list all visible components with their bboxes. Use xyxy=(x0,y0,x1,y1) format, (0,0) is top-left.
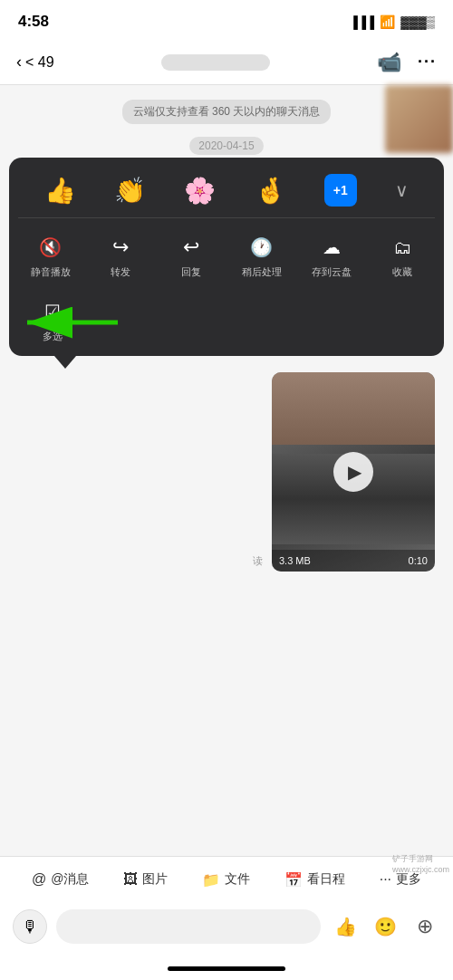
action-collect-label: 收藏 xyxy=(392,265,412,279)
mic-icon: 🎙 xyxy=(22,918,38,937)
avatar-blur xyxy=(385,85,453,153)
nav-actions: 📹 ··· xyxy=(377,51,437,74)
toolbar-input-row: 🎙 👍 🙂 ⊕ xyxy=(0,902,453,962)
back-button[interactable]: ‹ < 49 xyxy=(16,53,54,72)
action-reply-label: 回复 xyxy=(181,265,201,279)
nav-bar: ‹ < 49 📹 ··· xyxy=(0,40,453,85)
chat-area: 云端仅支持查看 360 天以内的聊天消息 2020-04-15 👍 👏 🌸 🤞 … xyxy=(0,85,453,629)
emoji-heart-fingers[interactable]: 🤞 xyxy=(255,176,286,206)
video-thumbnail[interactable]: ▶ 3.3 MB 0:10 xyxy=(272,372,435,572)
emoji-expand-icon[interactable]: ∨ xyxy=(395,179,409,201)
emoji-flower[interactable]: 🌸 xyxy=(184,176,216,206)
home-bar xyxy=(168,966,285,971)
status-icons: ▐▐▐ 📶 ▓▓▓▒ xyxy=(350,14,435,29)
mic-button[interactable]: 🎙 xyxy=(13,909,47,944)
bottom-toolbar: @ @消息 🖼 图片 📁 文件 📅 看日程 ··· 更多 🎙 👍 🙂 xyxy=(0,856,453,980)
forward-icon: ↪ xyxy=(106,233,135,262)
emoji-button[interactable]: 🙂 xyxy=(370,911,400,942)
emoji-row: 👍 👏 🌸 🤞 +1 ∨ xyxy=(18,170,435,218)
message-input[interactable] xyxy=(56,909,321,944)
file-icon: 📁 xyxy=(202,871,220,889)
read-receipt: 读 xyxy=(253,554,263,568)
emoji-clap[interactable]: 👏 xyxy=(114,176,146,206)
action-later-label: 稍后处理 xyxy=(242,265,282,279)
status-time: 4:58 xyxy=(18,13,49,31)
reply-icon: ↩ xyxy=(177,233,206,262)
signal-icon: ▐▐▐ xyxy=(350,15,375,29)
action-cloud[interactable]: ☁ 存到云盘 xyxy=(300,229,365,283)
schedule-icon: 📅 xyxy=(284,871,303,889)
context-menu-arrow xyxy=(54,356,76,369)
more-dots-icon: ··· xyxy=(380,871,391,888)
video-meta: 3.3 MB 0:10 xyxy=(272,550,435,572)
shortcut-at-label: @消息 xyxy=(51,871,89,888)
mute-icon: 🔇 xyxy=(36,233,65,262)
toolbar-shortcuts: @ @消息 🖼 图片 📁 文件 📅 看日程 ··· 更多 xyxy=(0,857,453,902)
video-message-wrapper: ▶ 3.3 MB 0:10 读 xyxy=(11,372,442,572)
date-label-text: 2020-04-15 xyxy=(189,137,263,155)
system-notice: 云端仅支持查看 360 天以内的聊天消息 xyxy=(11,100,442,124)
nav-title-area xyxy=(161,54,270,71)
image-icon: 🖼 xyxy=(123,871,138,888)
later-icon: 🕐 xyxy=(247,233,276,262)
shortcut-schedule[interactable]: 📅 看日程 xyxy=(284,871,345,889)
cloud-icon: ☁ xyxy=(317,233,346,262)
video-play-button[interactable]: ▶ xyxy=(333,452,373,492)
date-label: 2020-04-15 xyxy=(11,137,442,155)
shortcut-image[interactable]: 🖼 图片 xyxy=(123,871,168,888)
action-mute-label: 静音播放 xyxy=(31,265,71,279)
video-duration: 0:10 xyxy=(409,555,428,566)
add-button[interactable]: ⊕ xyxy=(410,911,440,942)
collect-icon: 🗂 xyxy=(388,233,417,262)
plus-icon: ⊕ xyxy=(417,915,433,938)
wifi-icon: 📶 xyxy=(380,14,395,29)
shortcut-file-label: 文件 xyxy=(225,871,250,888)
like-icon: 👍 xyxy=(334,916,357,937)
action-forward-label: 转发 xyxy=(111,265,130,279)
home-indicator xyxy=(0,962,453,980)
battery-icon: ▓▓▓▒ xyxy=(400,15,435,29)
system-notice-text: 云端仅支持查看 360 天以内的聊天消息 xyxy=(122,100,332,124)
shortcut-image-label: 图片 xyxy=(142,871,168,888)
video-size: 3.3 MB xyxy=(279,555,311,566)
shortcut-schedule-label: 看日程 xyxy=(307,871,345,888)
emoji-thumbsup[interactable]: 👍 xyxy=(44,176,76,206)
like-button[interactable]: 👍 xyxy=(330,911,361,942)
play-icon: ▶ xyxy=(348,461,361,483)
actions-grid: 🔇 静音播放 ↪ 转发 ↩ 回复 🕐 稍后处理 ☁ 存到云盘 xyxy=(18,229,435,283)
emoji-face-icon: 🙂 xyxy=(374,916,397,937)
back-count: < 49 xyxy=(25,54,54,71)
action-reply[interactable]: ↩ 回复 xyxy=(159,229,224,283)
green-arrow-indicator xyxy=(18,304,127,341)
shortcut-file[interactable]: 📁 文件 xyxy=(202,871,250,889)
action-collect[interactable]: 🗂 收藏 xyxy=(370,229,435,283)
back-chevron-icon: ‹ xyxy=(16,53,22,72)
emoji-plus-one[interactable]: +1 xyxy=(324,174,357,207)
at-icon: @ xyxy=(32,871,46,888)
action-forward[interactable]: ↪ 转发 xyxy=(89,229,154,283)
more-icon[interactable]: ··· xyxy=(418,53,437,72)
watermark: 铲子手游网 www.czjxjc.com xyxy=(392,853,449,876)
action-mute[interactable]: 🔇 静音播放 xyxy=(18,229,83,283)
action-later[interactable]: 🕐 稍后处理 xyxy=(229,229,294,283)
shortcut-at-message[interactable]: @ @消息 xyxy=(32,871,89,888)
status-bar: 4:58 ▐▐▐ 📶 ▓▓▓▒ xyxy=(0,0,453,40)
video-call-icon[interactable]: 📹 xyxy=(377,51,401,74)
action-cloud-label: 存到云盘 xyxy=(312,265,352,279)
